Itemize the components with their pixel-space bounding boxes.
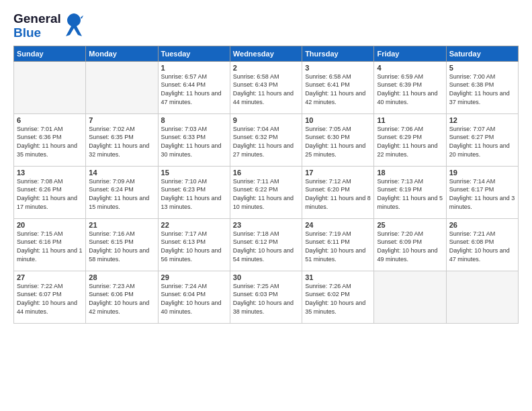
weekday-header-tuesday: Tuesday bbox=[158, 46, 230, 61]
calendar-cell bbox=[374, 271, 446, 323]
weekday-header-saturday: Saturday bbox=[446, 46, 518, 61]
day-number: 28 bbox=[89, 273, 154, 281]
day-number: 22 bbox=[161, 221, 227, 229]
logo-blue-text: Blue bbox=[13, 26, 41, 40]
calendar-table: SundayMondayTuesdayWednesdayThursdayFrid… bbox=[13, 46, 519, 324]
day-info: Sunrise: 6:58 AMSunset: 6:43 PMDaylight:… bbox=[233, 73, 299, 106]
calendar-cell: 16Sunrise: 7:11 AMSunset: 6:22 PMDayligh… bbox=[230, 166, 302, 218]
header: General Blue bbox=[13, 12, 519, 40]
day-number: 29 bbox=[161, 273, 227, 281]
weekday-header-wednesday: Wednesday bbox=[230, 46, 302, 61]
calendar-cell: 6Sunrise: 7:01 AMSunset: 6:36 PMDaylight… bbox=[14, 113, 86, 166]
calendar-cell: 24Sunrise: 7:19 AMSunset: 6:11 PMDayligh… bbox=[302, 218, 374, 271]
calendar-cell: 30Sunrise: 7:25 AMSunset: 6:03 PMDayligh… bbox=[230, 271, 302, 323]
day-info: Sunrise: 7:17 AMSunset: 6:13 PMDaylight:… bbox=[161, 230, 227, 263]
day-info: Sunrise: 7:19 AMSunset: 6:11 PMDaylight:… bbox=[305, 230, 371, 263]
calendar-cell: 25Sunrise: 7:20 AMSunset: 6:09 PMDayligh… bbox=[374, 218, 446, 271]
day-info: Sunrise: 7:14 AMSunset: 6:17 PMDaylight:… bbox=[449, 177, 515, 211]
calendar-cell: 4Sunrise: 6:59 AMSunset: 6:39 PMDaylight… bbox=[374, 61, 446, 113]
day-number: 16 bbox=[233, 169, 299, 177]
calendar-cell: 23Sunrise: 7:18 AMSunset: 6:12 PMDayligh… bbox=[230, 218, 302, 271]
day-info: Sunrise: 7:03 AMSunset: 6:33 PMDaylight:… bbox=[161, 125, 227, 158]
weekday-header-monday: Monday bbox=[86, 46, 158, 61]
day-number: 7 bbox=[89, 116, 154, 124]
day-info: Sunrise: 7:24 AMSunset: 6:04 PMDaylight:… bbox=[161, 282, 227, 316]
day-number: 23 bbox=[233, 221, 299, 229]
weekday-header-friday: Friday bbox=[374, 46, 446, 61]
logo: General Blue bbox=[13, 12, 83, 40]
weekday-header-thursday: Thursday bbox=[302, 46, 374, 61]
day-number: 24 bbox=[305, 221, 371, 229]
week-row-4: 27Sunrise: 7:22 AMSunset: 6:07 PMDayligh… bbox=[14, 271, 519, 323]
day-number: 14 bbox=[89, 169, 154, 177]
day-number: 8 bbox=[161, 116, 227, 124]
calendar-cell: 2Sunrise: 6:58 AMSunset: 6:43 PMDaylight… bbox=[230, 61, 302, 113]
day-info: Sunrise: 7:15 AMSunset: 6:16 PMDaylight:… bbox=[17, 230, 83, 263]
calendar-cell: 20Sunrise: 7:15 AMSunset: 6:16 PMDayligh… bbox=[14, 218, 86, 271]
calendar-cell: 22Sunrise: 7:17 AMSunset: 6:13 PMDayligh… bbox=[158, 218, 230, 271]
calendar-cell: 27Sunrise: 7:22 AMSunset: 6:07 PMDayligh… bbox=[14, 271, 86, 323]
calendar-cell: 21Sunrise: 7:16 AMSunset: 6:15 PMDayligh… bbox=[86, 218, 158, 271]
day-info: Sunrise: 7:26 AMSunset: 6:02 PMDaylight:… bbox=[305, 282, 371, 316]
calendar-cell: 26Sunrise: 7:21 AMSunset: 6:08 PMDayligh… bbox=[446, 218, 518, 271]
day-number: 2 bbox=[233, 64, 299, 72]
calendar-cell: 13Sunrise: 7:08 AMSunset: 6:26 PMDayligh… bbox=[14, 166, 86, 218]
day-info: Sunrise: 6:59 AMSunset: 6:39 PMDaylight:… bbox=[377, 73, 443, 106]
day-info: Sunrise: 7:20 AMSunset: 6:09 PMDaylight:… bbox=[377, 230, 443, 263]
day-number: 18 bbox=[377, 169, 443, 177]
weekday-header-sunday: Sunday bbox=[14, 46, 86, 61]
calendar-cell: 19Sunrise: 7:14 AMSunset: 6:17 PMDayligh… bbox=[446, 166, 518, 218]
day-info: Sunrise: 7:25 AMSunset: 6:03 PMDaylight:… bbox=[233, 282, 299, 316]
day-info: Sunrise: 7:22 AMSunset: 6:07 PMDaylight:… bbox=[17, 282, 83, 316]
week-row-2: 13Sunrise: 7:08 AMSunset: 6:26 PMDayligh… bbox=[14, 166, 519, 218]
day-info: Sunrise: 7:16 AMSunset: 6:15 PMDaylight:… bbox=[89, 230, 154, 263]
day-number: 1 bbox=[161, 64, 227, 72]
week-row-1: 6Sunrise: 7:01 AMSunset: 6:36 PMDaylight… bbox=[14, 113, 519, 166]
day-info: Sunrise: 7:08 AMSunset: 6:26 PMDaylight:… bbox=[17, 177, 83, 211]
day-number: 9 bbox=[233, 116, 299, 124]
calendar-cell: 18Sunrise: 7:13 AMSunset: 6:19 PMDayligh… bbox=[374, 166, 446, 218]
calendar-cell bbox=[446, 271, 518, 323]
day-number: 13 bbox=[17, 169, 83, 177]
day-info: Sunrise: 7:06 AMSunset: 6:29 PMDaylight:… bbox=[377, 125, 443, 158]
day-number: 26 bbox=[449, 221, 515, 229]
day-number: 21 bbox=[89, 221, 154, 229]
day-info: Sunrise: 7:04 AMSunset: 6:32 PMDaylight:… bbox=[233, 125, 299, 158]
day-number: 27 bbox=[17, 273, 83, 281]
day-number: 10 bbox=[305, 116, 371, 124]
day-number: 15 bbox=[161, 169, 227, 177]
day-number: 25 bbox=[377, 221, 443, 229]
day-info: Sunrise: 6:57 AMSunset: 6:44 PMDaylight:… bbox=[161, 73, 227, 106]
day-number: 4 bbox=[377, 64, 443, 72]
weekday-header-row: SundayMondayTuesdayWednesdayThursdayFrid… bbox=[14, 46, 519, 61]
day-info: Sunrise: 7:18 AMSunset: 6:12 PMDaylight:… bbox=[233, 230, 299, 263]
calendar-cell: 31Sunrise: 7:26 AMSunset: 6:02 PMDayligh… bbox=[302, 271, 374, 323]
calendar-cell: 9Sunrise: 7:04 AMSunset: 6:32 PMDaylight… bbox=[230, 113, 302, 166]
week-row-3: 20Sunrise: 7:15 AMSunset: 6:16 PMDayligh… bbox=[14, 218, 519, 271]
calendar-cell: 1Sunrise: 6:57 AMSunset: 6:44 PMDaylight… bbox=[158, 61, 230, 113]
day-info: Sunrise: 7:12 AMSunset: 6:20 PMDaylight:… bbox=[305, 177, 371, 211]
logo-general: General bbox=[13, 12, 61, 26]
day-info: Sunrise: 7:02 AMSunset: 6:35 PMDaylight:… bbox=[89, 125, 154, 158]
day-info: Sunrise: 7:11 AMSunset: 6:22 PMDaylight:… bbox=[233, 177, 299, 211]
day-number: 20 bbox=[17, 221, 83, 229]
day-number: 6 bbox=[17, 116, 83, 124]
calendar-cell: 7Sunrise: 7:02 AMSunset: 6:35 PMDaylight… bbox=[86, 113, 158, 166]
calendar-cell: 12Sunrise: 7:07 AMSunset: 6:27 PMDayligh… bbox=[446, 113, 518, 166]
day-info: Sunrise: 6:58 AMSunset: 6:41 PMDaylight:… bbox=[305, 73, 371, 106]
page: General Blue SundayMondayTuesdayWednesda… bbox=[0, 0, 532, 411]
logo-bird-icon bbox=[64, 12, 83, 38]
day-number: 12 bbox=[449, 116, 515, 124]
day-number: 3 bbox=[305, 64, 371, 72]
day-number: 17 bbox=[305, 169, 371, 177]
calendar-cell: 14Sunrise: 7:09 AMSunset: 6:24 PMDayligh… bbox=[86, 166, 158, 218]
calendar-cell bbox=[86, 61, 158, 113]
day-number: 31 bbox=[305, 273, 371, 281]
day-info: Sunrise: 7:01 AMSunset: 6:36 PMDaylight:… bbox=[17, 125, 83, 158]
day-number: 19 bbox=[449, 169, 515, 177]
day-number: 11 bbox=[377, 116, 443, 124]
calendar-cell: 8Sunrise: 7:03 AMSunset: 6:33 PMDaylight… bbox=[158, 113, 230, 166]
calendar-cell bbox=[14, 61, 86, 113]
day-info: Sunrise: 7:13 AMSunset: 6:19 PMDaylight:… bbox=[377, 177, 443, 211]
calendar-cell: 28Sunrise: 7:23 AMSunset: 6:06 PMDayligh… bbox=[86, 271, 158, 323]
